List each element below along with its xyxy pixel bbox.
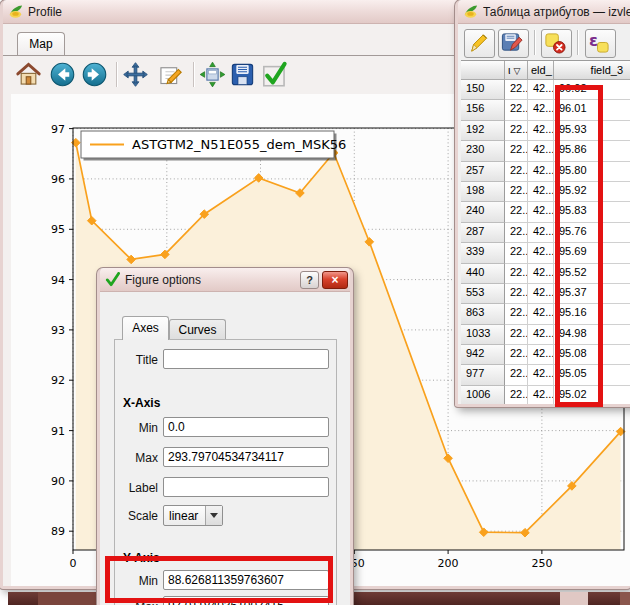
y-tick-label: 95 — [51, 223, 65, 236]
attribute-table-titlebar[interactable]: Таблица атрибутов — izvle — [458, 0, 630, 24]
close-button[interactable]: × — [322, 271, 348, 289]
row-number-button[interactable]: 240 — [461, 202, 505, 222]
sort-descending-icon: ▽ — [514, 66, 521, 76]
table-cell[interactable]: 22... — [505, 264, 528, 284]
table-cell[interactable]: 42... — [528, 162, 554, 182]
table-cell[interactable]: 42... — [528, 121, 554, 141]
home-button[interactable] — [15, 61, 42, 88]
column-header-eld[interactable]: eld_ — [528, 61, 554, 80]
table-cell[interactable]: 42... — [528, 100, 554, 120]
row-number-button[interactable]: 863 — [461, 304, 505, 324]
tab-axes[interactable]: Axes — [122, 316, 169, 340]
table-cell[interactable]: 42... — [528, 325, 554, 345]
edit-parameters-button[interactable] — [157, 61, 184, 88]
table-cell[interactable]: 22... — [505, 284, 528, 304]
table-cell[interactable]: 22... — [505, 243, 528, 263]
toggle-editing-button[interactable] — [464, 29, 495, 58]
table-cell[interactable]: 22... — [505, 345, 528, 365]
table-cell[interactable]: 22... — [505, 100, 528, 120]
table-cell[interactable]: 42... — [528, 202, 554, 222]
table-cell[interactable]: 95.37 — [554, 284, 630, 304]
table-cell[interactable]: 42... — [528, 141, 554, 161]
apply-check-button[interactable] — [261, 61, 288, 88]
table-cell[interactable]: 96.02 — [554, 80, 630, 100]
table-cell[interactable]: 95.05 — [554, 365, 630, 385]
table-cell[interactable]: 42... — [528, 264, 554, 284]
attribute-table-title: Таблица атрибутов — izvle — [483, 5, 630, 19]
table-cell[interactable]: 42... — [528, 345, 554, 365]
table-row: 94222...42...95.08 — [461, 345, 630, 365]
table-cell[interactable]: 95.08 — [554, 345, 630, 365]
deselect-all-icon — [543, 31, 566, 54]
attribute-table-window: Таблица атрибутов — izvle ε — [455, 0, 630, 407]
table-cell[interactable]: 22... — [505, 141, 528, 161]
row-number-button[interactable]: 230 — [461, 141, 505, 161]
table-cell[interactable]: 42... — [528, 284, 554, 304]
legend[interactable]: ASTGTM2_N51E055_dem_MSK56 — [81, 131, 346, 161]
row-number-button[interactable]: 150 — [461, 80, 505, 100]
background-strip-segment — [560, 592, 588, 605]
table-cell[interactable]: 95.02 — [554, 386, 630, 404]
table-cell[interactable]: 22... — [505, 325, 528, 345]
table-cell[interactable]: 22... — [505, 365, 528, 385]
column-header-rownum[interactable] — [461, 61, 505, 80]
table-cell[interactable]: 95.76 — [554, 223, 630, 243]
table-cell[interactable]: 95.92 — [554, 182, 630, 202]
row-number-button[interactable]: 339 — [461, 243, 505, 263]
table-cell[interactable]: 95.80 — [554, 162, 630, 182]
table-cell[interactable]: 22... — [505, 386, 528, 404]
table-row: 86322...42...95.16 — [461, 304, 630, 324]
row-number-button[interactable]: 287 — [461, 223, 505, 243]
table-cell[interactable]: 42... — [528, 386, 554, 404]
table-cell[interactable]: 96.01 — [554, 100, 630, 120]
table-cell[interactable]: 22... — [505, 304, 528, 324]
pan-button[interactable] — [122, 61, 149, 88]
help-button[interactable]: ? — [300, 271, 319, 289]
table-cell[interactable]: 22... — [505, 182, 528, 202]
table-cell[interactable]: 22... — [505, 121, 528, 141]
table-cell[interactable]: 22... — [505, 162, 528, 182]
table-cell[interactable]: 95.86 — [554, 141, 630, 161]
row-number-button[interactable]: 977 — [461, 365, 505, 385]
table-cell[interactable]: 42... — [528, 304, 554, 324]
deselect-all-button[interactable] — [541, 29, 572, 58]
table-header-row: ι ▽ eld_ field_3 — [461, 61, 630, 80]
save-button[interactable] — [229, 61, 256, 88]
forward-button[interactable] — [81, 61, 108, 88]
row-number-button[interactable]: 1006 — [461, 386, 505, 404]
table-cell[interactable]: 94.98 — [554, 325, 630, 345]
qgis-app-icon — [8, 4, 23, 19]
table-cell[interactable]: 22... — [505, 202, 528, 222]
save-edits-button[interactable] — [498, 29, 529, 58]
row-number-button[interactable]: 192 — [461, 121, 505, 141]
table-cell[interactable]: 42... — [528, 365, 554, 385]
row-number-button[interactable]: 942 — [461, 345, 505, 365]
table-cell[interactable]: 22... — [505, 223, 528, 243]
table-cell[interactable]: 42... — [528, 223, 554, 243]
table-cell[interactable]: 95.93 — [554, 121, 630, 141]
row-number-button[interactable]: 257 — [461, 162, 505, 182]
select-by-expression-button[interactable]: ε — [585, 29, 616, 58]
table-cell[interactable]: 42... — [528, 80, 554, 100]
dialog-check-icon — [105, 272, 120, 287]
tab-map[interactable]: Map — [17, 32, 65, 56]
row-number-button[interactable]: 198 — [461, 182, 505, 202]
tab-curves[interactable]: Curves — [169, 319, 226, 340]
row-number-button[interactable]: 553 — [461, 284, 505, 304]
configure-subplots-button[interactable] — [199, 61, 226, 88]
table-row: 24022...42...95.83 — [461, 202, 630, 222]
table-cell[interactable]: 22... — [505, 80, 528, 100]
row-number-button[interactable]: 1033 — [461, 325, 505, 345]
table-cell[interactable]: 95.69 — [554, 243, 630, 263]
table-cell[interactable]: 95.52 — [554, 264, 630, 284]
column-header-field3[interactable]: field_3 — [554, 61, 630, 80]
table-cell[interactable]: 42... — [528, 182, 554, 202]
table-cell[interactable]: 42... — [528, 243, 554, 263]
table-cell[interactable]: 95.16 — [554, 304, 630, 324]
row-number-button[interactable]: 440 — [461, 264, 505, 284]
y-tick-label: 96 — [51, 173, 65, 186]
column-header-sorted[interactable]: ι ▽ — [505, 61, 528, 80]
row-number-button[interactable]: 156 — [461, 100, 505, 120]
table-cell[interactable]: 95.83 — [554, 202, 630, 222]
back-button[interactable] — [49, 61, 76, 88]
